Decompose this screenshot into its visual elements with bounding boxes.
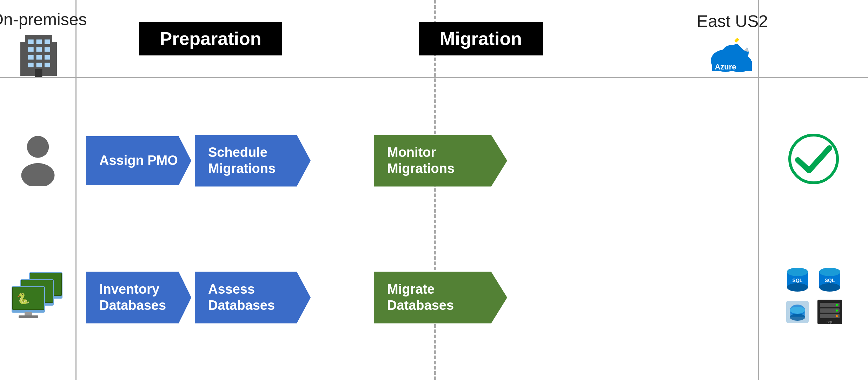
success-checkmark-icon	[787, 133, 840, 185]
assign-pmo-arrow: Assign PMO	[86, 136, 191, 185]
svg-rect-7	[37, 47, 42, 52]
building-icon	[16, 33, 61, 78]
onprem-header: On-premises	[0, 0, 77, 78]
migration-header: Migration	[365, 22, 597, 55]
svg-text:SQL: SQL	[827, 320, 833, 324]
svg-rect-12	[28, 62, 34, 67]
svg-point-61	[836, 315, 838, 317]
azure-cloud-icon: Azure	[708, 34, 757, 76]
svg-point-48	[819, 268, 840, 276]
svg-rect-11	[45, 55, 50, 59]
migration-row1: MonitorMigrations	[374, 135, 507, 186]
onprem-label: On-premises	[0, 10, 87, 29]
preparation-badge: Preparation	[139, 22, 283, 55]
svg-point-43	[787, 268, 808, 276]
svg-rect-4	[37, 39, 42, 44]
svg-rect-14	[45, 62, 50, 67]
svg-rect-6	[28, 47, 34, 52]
svg-point-53	[790, 314, 805, 321]
prep-row1: Assign PMO ScheduleMigrations	[86, 135, 311, 186]
svg-point-26	[21, 163, 54, 186]
sql-icons-group: SQL SQL	[783, 266, 844, 326]
migrate-databases-arrow: MigrateDatabases	[374, 272, 507, 323]
inventory-databases-arrow: InventoryDatabases	[86, 272, 191, 323]
svg-text:🐍: 🐍	[17, 292, 30, 305]
prep-row2: InventoryDatabases AssessDatabases	[86, 272, 311, 323]
svg-text:SQL: SQL	[793, 278, 803, 283]
sql-db-blue-icon: SQL	[783, 266, 811, 294]
svg-rect-10	[37, 55, 42, 59]
svg-point-60	[836, 309, 838, 312]
server-stack-icon: 🐍	[10, 269, 66, 325]
schedule-migrations-label: ScheduleMigrations	[208, 145, 276, 176]
assess-databases-arrow: AssessDatabases	[195, 272, 311, 323]
svg-rect-38	[19, 315, 38, 318]
svg-rect-13	[37, 62, 42, 67]
prep-content-col: Assign PMO ScheduleMigrations InventoryD…	[75, 78, 342, 380]
eastus2-content-col: SQL SQL	[759, 78, 868, 380]
svg-point-25	[27, 136, 49, 158]
migrate-databases-label: MigrateDatabases	[387, 281, 454, 313]
svg-rect-3	[28, 39, 34, 44]
sql-db-blue2-icon: SQL	[816, 266, 844, 294]
migration-badge: Migration	[419, 22, 543, 55]
monitor-migrations-label: MonitorMigrations	[387, 145, 455, 176]
svg-point-47	[819, 283, 840, 292]
person-icon	[15, 134, 61, 186]
svg-point-54	[790, 307, 805, 314]
migration-content-col: MonitorMigrations MigrateDatabases	[363, 78, 759, 380]
migration-row2: MigrateDatabases	[374, 272, 507, 323]
svg-rect-5	[45, 39, 50, 44]
svg-text:SQL: SQL	[825, 278, 835, 283]
assign-pmo-label: Assign PMO	[99, 153, 178, 169]
preparation-header: Preparation	[77, 22, 344, 55]
eastus2-header: East US2 Azure	[597, 1, 868, 76]
header-row: On-premises	[0, 0, 868, 77]
schedule-migrations-arrow: ScheduleMigrations	[195, 135, 311, 186]
svg-text:Azure: Azure	[715, 62, 736, 71]
content-area: 🐍 Assign PMO ScheduleMigrations Invent	[0, 78, 868, 380]
svg-point-42	[787, 283, 808, 292]
azure-sql-icon	[783, 298, 811, 326]
svg-rect-8	[45, 47, 50, 52]
eastus2-label: East US2	[697, 12, 768, 31]
svg-rect-15	[35, 69, 42, 78]
monitor-migrations-arrow: MonitorMigrations	[374, 135, 507, 186]
diagram: On-premises	[0, 0, 868, 380]
black-server-icon: SQL	[816, 298, 844, 326]
svg-rect-9	[28, 55, 34, 59]
onprem-content-col: 🐍	[0, 78, 75, 380]
inventory-databases-label: InventoryDatabases	[99, 281, 166, 313]
assess-databases-label: AssessDatabases	[208, 281, 275, 313]
svg-point-59	[836, 304, 838, 306]
